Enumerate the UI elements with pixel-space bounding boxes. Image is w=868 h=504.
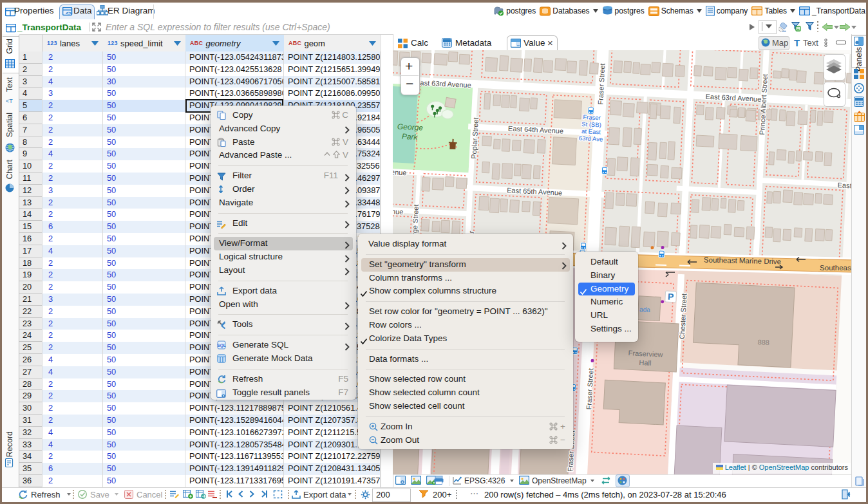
svg-text:George: George xyxy=(397,122,424,133)
svg-text:888: 888 xyxy=(757,338,769,346)
svg-text:SQL: SQL xyxy=(217,343,225,348)
svg-text:Hall: Hall xyxy=(639,359,652,367)
svg-text:ada: ada xyxy=(639,306,651,313)
svg-text:Southeast: Southeast xyxy=(820,264,851,272)
svg-text:P: P xyxy=(668,292,674,302)
svg-text:<>: <> xyxy=(66,10,72,16)
svg-text:63rd Ave: 63rd Ave xyxy=(579,135,603,143)
svg-text:Park: Park xyxy=(402,132,419,142)
